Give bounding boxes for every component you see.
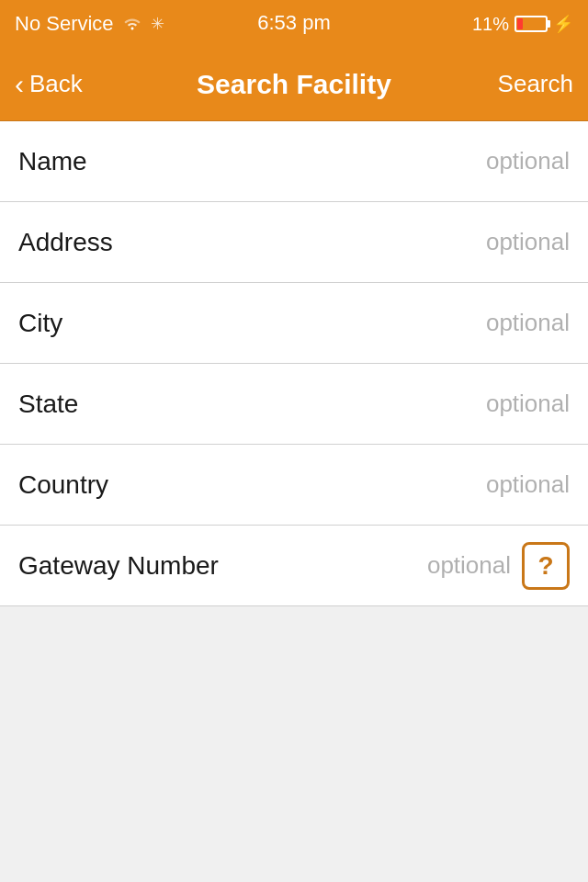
name-field-label: Name: [18, 147, 87, 176]
back-button[interactable]: ‹ Back: [15, 70, 83, 98]
address-field-label: Address: [18, 228, 113, 257]
address-field-right: optional: [486, 228, 570, 256]
country-optional-hint: optional: [486, 470, 570, 499]
state-field-row[interactable]: State optional: [0, 364, 588, 445]
nav-title: Search Facility: [197, 48, 391, 121]
state-optional-hint: optional: [486, 390, 570, 418]
gateway-number-help-button[interactable]: ?: [522, 542, 570, 590]
gateway-number-optional-hint: optional: [427, 551, 511, 580]
wifi-icon: [121, 12, 143, 36]
name-field-row[interactable]: Name optional: [0, 121, 588, 202]
gateway-number-field-right: optional ?: [427, 542, 570, 590]
back-chevron-icon: ‹: [15, 71, 24, 98]
charging-icon: ⚡: [553, 14, 573, 34]
battery-icon: [514, 16, 548, 32]
country-field-right: optional: [486, 470, 570, 499]
status-bar: No Service ✳ 6:53 pm 11% ⚡: [0, 0, 588, 48]
address-optional-hint: optional: [486, 228, 570, 256]
search-form: Name optional Address optional City opti…: [0, 121, 588, 606]
battery-percent: 11%: [472, 14, 509, 35]
city-field-right: optional: [486, 309, 570, 337]
gateway-number-field-row[interactable]: Gateway Number optional ?: [0, 526, 588, 606]
state-field-label: State: [18, 390, 78, 419]
city-field-row[interactable]: City optional: [0, 283, 588, 364]
city-field-label: City: [18, 309, 62, 338]
gateway-number-field-label: Gateway Number: [18, 551, 219, 581]
country-field-label: Country: [18, 470, 108, 500]
name-optional-hint: optional: [486, 147, 570, 175]
status-time: 6:53 pm: [257, 11, 331, 35]
signal-activity-icon: ✳: [151, 14, 164, 34]
address-field-row[interactable]: Address optional: [0, 202, 588, 283]
carrier-label: No Service: [15, 12, 114, 36]
status-left: No Service ✳: [15, 12, 164, 36]
name-field-right: optional: [486, 147, 570, 175]
back-label: Back: [29, 70, 83, 98]
city-optional-hint: optional: [486, 309, 570, 337]
nav-bar: ‹ Back Search Facility Search: [0, 48, 588, 121]
state-field-right: optional: [486, 390, 570, 418]
status-right: 11% ⚡: [472, 14, 573, 35]
country-field-row[interactable]: Country optional: [0, 445, 588, 526]
empty-background: [0, 606, 588, 882]
search-button[interactable]: Search: [498, 70, 573, 98]
